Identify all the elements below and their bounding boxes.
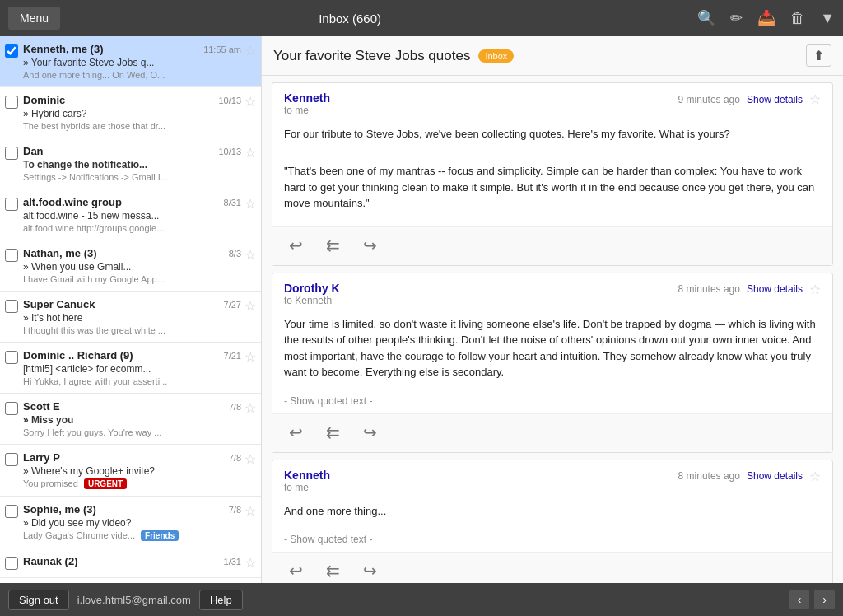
email-list-item[interactable]: Nathan, me (3)8/3» When you use Gmail...… bbox=[0, 240, 261, 292]
star-icon[interactable]: ☆ bbox=[245, 43, 256, 58]
star-icon[interactable]: ☆ bbox=[245, 145, 256, 161]
email-content: Kenneth, me (3)11:55 am» Your favorite S… bbox=[23, 43, 241, 80]
email-list-item[interactable]: Dominic10/13» Hybrid cars?The best hybri… bbox=[0, 87, 261, 138]
email-checkbox[interactable] bbox=[5, 505, 18, 518]
email-badge: Friends bbox=[141, 530, 179, 541]
email-date: 7/21 bbox=[224, 351, 241, 361]
email-subject: » It's hot here bbox=[23, 312, 241, 324]
help-button[interactable]: Help bbox=[199, 590, 243, 610]
email-preview: You promised URGENT bbox=[23, 478, 241, 489]
show-details-link[interactable]: Show details bbox=[747, 470, 803, 482]
email-subject: » When you use Gmail... bbox=[23, 261, 241, 273]
email-preview: The best hybrids are those that dr... bbox=[23, 121, 241, 131]
email-list-item[interactable]: Super Canuck7/27» It's hot hereI thought… bbox=[0, 292, 261, 343]
email-content: Sophie, me (3)7/8» Did you see my video?… bbox=[23, 503, 241, 541]
star-icon[interactable]: ☆ bbox=[245, 349, 256, 365]
compose-icon[interactable]: ✏ bbox=[730, 9, 743, 27]
prev-button[interactable]: ‹ bbox=[789, 590, 810, 609]
reply-all-button[interactable]: ⇇ bbox=[321, 234, 345, 257]
forward-button[interactable]: ↪ bbox=[358, 234, 382, 257]
email-header-row: Dan10/13 bbox=[23, 145, 241, 157]
email-checkbox[interactable] bbox=[5, 96, 18, 109]
email-checkbox[interactable] bbox=[5, 557, 18, 570]
star-icon[interactable]: ☆ bbox=[245, 451, 256, 467]
show-quoted-text-link[interactable]: - Show quoted text - bbox=[272, 534, 832, 552]
archive-icon[interactable]: 📥 bbox=[757, 9, 775, 27]
message-to: to me bbox=[284, 482, 330, 493]
email-list-item[interactable]: Dominic .. Richard (9)7/21[html5] <artic… bbox=[0, 343, 261, 394]
reply-button[interactable]: ↩ bbox=[284, 234, 308, 257]
email-checkbox[interactable] bbox=[5, 147, 18, 160]
email-preview: I thought this was the great white ... bbox=[23, 325, 241, 335]
delete-icon[interactable]: 🗑 bbox=[790, 10, 805, 27]
email-subject: alt.food.wine - 15 new messa... bbox=[23, 210, 241, 222]
reply-all-button[interactable]: ⇇ bbox=[321, 421, 345, 444]
email-header-row: alt.food.wine group8/31 bbox=[23, 196, 241, 208]
email-badge: URGENT bbox=[84, 478, 127, 489]
email-sender: Super Canuck bbox=[23, 298, 95, 310]
email-checkbox[interactable] bbox=[5, 300, 18, 313]
email-content: Raunak (2)1/31 bbox=[23, 555, 241, 571]
top-bar-icons: 🔍 ✏ 📥 🗑 ▼ bbox=[697, 9, 835, 27]
star-icon[interactable]: ☆ bbox=[245, 503, 256, 519]
email-list-item[interactable]: Raunak (2)1/31☆ bbox=[0, 548, 261, 578]
email-subject: » Your favorite Steve Jobs q... bbox=[23, 57, 241, 68]
thread-archive-button[interactable]: ⬆ bbox=[806, 44, 831, 67]
email-sender: alt.food.wine group bbox=[23, 196, 122, 208]
email-sender: Raunak (2) bbox=[23, 555, 77, 567]
forward-button[interactable]: ↪ bbox=[358, 559, 382, 582]
message-sender-block: Kennethto me bbox=[284, 469, 330, 493]
email-checkbox[interactable] bbox=[5, 402, 18, 415]
main-layout: Kenneth, me (3)11:55 am» Your favorite S… bbox=[0, 36, 843, 583]
email-date: 1/31 bbox=[224, 557, 241, 567]
user-email: i.love.html5@gmail.com bbox=[77, 594, 191, 606]
more-icon[interactable]: ▼ bbox=[820, 10, 835, 27]
email-content: Nathan, me (3)8/3» When you use Gmail...… bbox=[23, 247, 241, 284]
sign-out-button[interactable]: Sign out bbox=[8, 590, 69, 610]
email-checkbox[interactable] bbox=[5, 453, 18, 466]
email-date: 8/31 bbox=[224, 198, 241, 208]
email-list-item[interactable]: Scott E7/8» Miss youSorry I left you guy… bbox=[0, 394, 261, 445]
email-list-item[interactable]: Larry P7/8» Where's my Google+ invite?Yo… bbox=[0, 445, 261, 497]
email-checkbox[interactable] bbox=[5, 44, 18, 58]
search-icon[interactable]: 🔍 bbox=[697, 9, 715, 27]
email-checkbox[interactable] bbox=[5, 351, 18, 364]
next-button[interactable]: › bbox=[814, 590, 835, 609]
thread-header: Your favorite Steve Jobs quotes Inbox ⬆ bbox=[262, 36, 843, 76]
message-to: to Kenneth bbox=[284, 295, 340, 306]
star-icon[interactable]: ☆ bbox=[245, 94, 256, 110]
reply-all-button[interactable]: ⇇ bbox=[321, 559, 345, 582]
email-list-item[interactable]: alt.food.wine group8/31alt.food.wine - 1… bbox=[0, 189, 261, 240]
message-star-icon[interactable]: ☆ bbox=[809, 282, 821, 297]
email-content: Super Canuck7/27» It's hot hereI thought… bbox=[23, 298, 241, 335]
message-star-icon[interactable]: ☆ bbox=[809, 91, 821, 107]
email-checkbox[interactable] bbox=[5, 198, 18, 211]
email-preview: And one more thing... On Wed, O... bbox=[23, 70, 241, 80]
show-details-link[interactable]: Show details bbox=[747, 94, 803, 105]
star-icon[interactable]: ☆ bbox=[245, 400, 256, 416]
email-date: 7/8 bbox=[229, 505, 241, 515]
message-star-icon[interactable]: ☆ bbox=[809, 469, 821, 484]
email-content: alt.food.wine group8/31alt.food.wine - 1… bbox=[23, 196, 241, 233]
email-checkbox[interactable] bbox=[5, 249, 18, 262]
email-list-item[interactable]: Dan10/13To change the notificatio...Sett… bbox=[0, 138, 261, 189]
forward-button[interactable]: ↪ bbox=[358, 421, 382, 444]
star-icon[interactable]: ☆ bbox=[245, 247, 256, 263]
email-list-item[interactable]: Sophie, me (3)7/8» Did you see my video?… bbox=[0, 497, 261, 548]
star-icon[interactable]: ☆ bbox=[245, 196, 256, 212]
email-sender: Kenneth, me (3) bbox=[23, 43, 104, 55]
star-icon[interactable]: ☆ bbox=[245, 298, 256, 314]
show-quoted-text-link[interactable]: - Show quoted text - bbox=[272, 395, 832, 413]
message-time: 8 minutes ago bbox=[678, 283, 740, 295]
email-content: Dominic10/13» Hybrid cars?The best hybri… bbox=[23, 94, 241, 131]
inbox-badge: Inbox bbox=[478, 49, 514, 63]
email-date: 11:55 am bbox=[203, 44, 241, 54]
email-header-row: Sophie, me (3)7/8 bbox=[23, 503, 241, 516]
star-icon[interactable]: ☆ bbox=[245, 555, 256, 571]
email-header-row: Nathan, me (3)8/3 bbox=[23, 247, 241, 259]
reply-button[interactable]: ↩ bbox=[284, 421, 308, 444]
email-list-item[interactable]: Kenneth, me (3)11:55 am» Your favorite S… bbox=[0, 36, 261, 87]
email-sender: Dominic bbox=[23, 94, 65, 106]
reply-button[interactable]: ↩ bbox=[284, 559, 308, 582]
show-details-link[interactable]: Show details bbox=[747, 283, 803, 295]
